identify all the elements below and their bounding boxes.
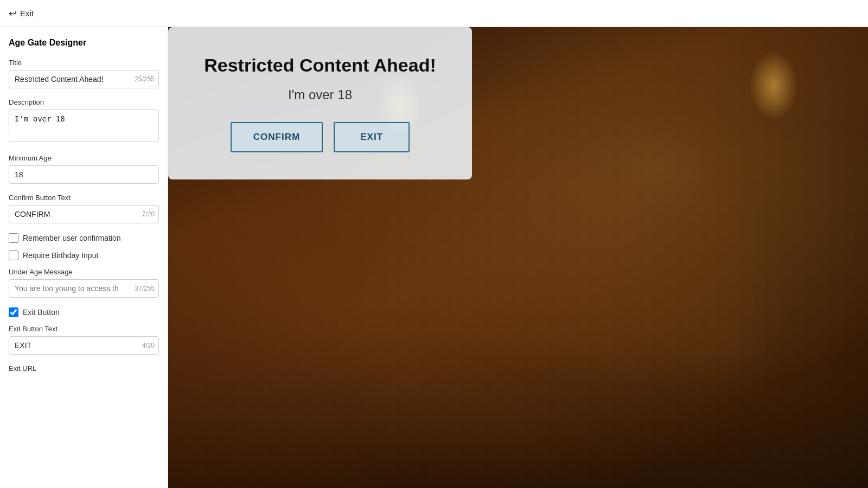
exit-button-text-input[interactable] — [9, 336, 159, 355]
description-input[interactable] — [9, 110, 159, 142]
exit-label: Exit — [20, 9, 34, 18]
title-field-group: Title 25/255 — [9, 59, 159, 88]
require-birthday-row: Require Birthday Input — [9, 251, 159, 260]
confirm-button-text-label: Confirm Button Text — [9, 194, 159, 202]
title-input-wrapper: 25/255 — [9, 70, 159, 88]
sidebar-heading: Age Gate Designer — [9, 38, 159, 48]
exit-button-text-field-group: Exit Button Text 4/20 — [9, 325, 159, 355]
exit-button-checkbox-label[interactable]: Exit Button — [23, 308, 60, 317]
require-birthday-label[interactable]: Require Birthday Input — [23, 251, 98, 260]
modal-description: I'm over 18 — [201, 87, 439, 102]
min-age-label: Minimum Age — [9, 154, 159, 162]
top-bar: ↩ Exit — [0, 0, 868, 27]
modal-exit-button[interactable]: EXIT — [334, 122, 410, 152]
confirm-button-char-count: 7/20 — [142, 210, 155, 218]
exit-button[interactable]: ↩ Exit — [9, 8, 34, 20]
min-age-input-wrapper — [9, 165, 159, 184]
exit-url-field-group: Exit URL — [9, 364, 159, 373]
confirm-button-text-input-wrapper: 7/20 — [9, 205, 159, 223]
remember-user-row: Remember user confirmation — [9, 233, 159, 243]
under-age-message-label: Under Age Message — [9, 268, 159, 276]
exit-button-text-label: Exit Button Text — [9, 325, 159, 333]
exit-button-row: Exit Button — [9, 307, 159, 317]
under-age-message-char-count: 37/255 — [135, 285, 155, 292]
remember-user-label[interactable]: Remember user confirmation — [23, 234, 121, 242]
bar-light-2 — [749, 50, 798, 121]
description-field-group: Description — [9, 98, 159, 144]
under-age-message-field-group: Under Age Message 37/255 — [9, 268, 159, 298]
remember-user-checkbox[interactable] — [9, 233, 18, 243]
exit-button-char-count: 4/20 — [142, 342, 155, 349]
min-age-input[interactable] — [9, 165, 159, 184]
modal-buttons: CONFIRM EXIT — [201, 122, 439, 152]
sidebar: Age Gate Designer Title 25/255 Descripti… — [0, 27, 168, 488]
age-gate-modal: Restricted Content Ahead! I'm over 18 CO… — [168, 27, 472, 179]
under-age-message-input-wrapper: 37/255 — [9, 279, 159, 298]
main-layout: Age Gate Designer Title 25/255 Descripti… — [0, 27, 868, 488]
title-label: Title — [9, 59, 159, 67]
require-birthday-checkbox[interactable] — [9, 251, 18, 260]
modal-confirm-button[interactable]: CONFIRM — [231, 122, 323, 152]
exit-button-checkbox[interactable] — [9, 307, 18, 317]
confirm-button-text-input[interactable] — [9, 205, 159, 223]
description-label: Description — [9, 98, 159, 106]
modal-title: Restricted Content Ahead! — [201, 54, 439, 76]
preview-area: Restricted Content Ahead! I'm over 18 CO… — [168, 27, 868, 488]
exit-url-label: Exit URL — [9, 364, 159, 373]
exit-button-text-input-wrapper: 4/20 — [9, 336, 159, 355]
min-age-field-group: Minimum Age — [9, 154, 159, 184]
title-char-count: 25/255 — [135, 75, 155, 83]
confirm-button-text-field-group: Confirm Button Text 7/20 — [9, 194, 159, 223]
exit-icon: ↩ — [9, 8, 17, 20]
